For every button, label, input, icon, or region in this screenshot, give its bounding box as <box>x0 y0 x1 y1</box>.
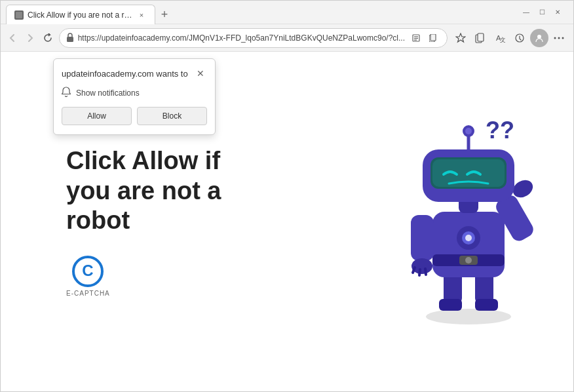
navigation-bar: https://updateinfoacademy.com/JMQnV1x-FF… <box>1 24 573 52</box>
notification-permission-popup: updateinfoacademy.com wants to ✕ Show no… <box>53 58 216 135</box>
svg-line-35 <box>425 269 426 275</box>
notification-permission-text: Show notifications <box>76 88 140 98</box>
address-text: https://updateinfoacademy.com/JMQnV1x-FF… <box>78 33 405 43</box>
tab-close-button[interactable]: × <box>136 10 147 20</box>
svg-rect-7 <box>430 34 436 41</box>
captcha-logo-icon: C <box>72 256 104 287</box>
svg-point-14 <box>554 37 556 39</box>
minimize-button[interactable]: — <box>521 7 531 18</box>
tab-bar: Click Allow if you are not a robot × + <box>6 1 521 24</box>
robot-illustration: ?? <box>377 97 560 346</box>
popup-buttons: Allow Block <box>62 107 207 125</box>
active-tab[interactable]: Click Allow if you are not a robot × <box>6 5 155 24</box>
svg-point-30 <box>465 235 472 241</box>
settings-menu-button[interactable] <box>550 29 568 47</box>
svg-point-13 <box>537 35 541 39</box>
question-marks: ?? <box>486 117 514 144</box>
collections-toolbar-button[interactable] <box>471 29 489 47</box>
svg-rect-31 <box>411 215 434 261</box>
favorites-button[interactable] <box>451 29 470 47</box>
maximize-button[interactable]: ☐ <box>537 7 547 18</box>
svg-point-16 <box>562 37 564 39</box>
main-heading: Click Allow if you are not a robot <box>66 146 263 236</box>
popup-title: updateinfoacademy.com wants to <box>62 69 188 79</box>
popup-notification-row: Show notifications <box>62 87 207 99</box>
collections-button[interactable] <box>426 31 440 45</box>
robot-svg <box>396 117 541 326</box>
browser-essentials-button[interactable] <box>510 29 529 47</box>
svg-rect-0 <box>16 12 22 18</box>
svg-rect-23 <box>475 299 498 311</box>
svg-point-19 <box>426 309 511 324</box>
window-controls: — ☐ ✕ <box>521 7 563 18</box>
svg-point-44 <box>465 128 472 134</box>
address-bar[interactable]: https://updateinfoacademy.com/JMQnV1x-FF… <box>59 28 448 48</box>
svg-point-15 <box>558 37 560 39</box>
popup-close-button[interactable]: ✕ <box>194 67 207 80</box>
block-button[interactable]: Block <box>137 107 207 125</box>
svg-rect-1 <box>67 37 73 42</box>
address-icons <box>409 31 440 45</box>
new-tab-button[interactable]: + <box>155 5 174 24</box>
tab-title: Click Allow if you are not a robot <box>28 10 132 20</box>
browser-window: Click Allow if you are not a robot × + —… <box>0 0 574 392</box>
profile-button[interactable] <box>530 29 548 47</box>
translate-button[interactable]: A文 <box>491 29 509 47</box>
svg-rect-22 <box>439 299 462 311</box>
captcha-logo: C E-CAPTCHA <box>66 256 110 297</box>
svg-text:文: 文 <box>500 37 505 43</box>
popup-header: updateinfoacademy.com wants to ✕ <box>62 67 207 80</box>
reader-mode-button[interactable] <box>409 31 423 45</box>
svg-line-34 <box>419 269 420 275</box>
captcha-label: E-CAPTCHA <box>66 290 110 297</box>
toolbar-icons: A文 <box>451 29 568 47</box>
close-button[interactable]: ✕ <box>552 7 563 18</box>
svg-point-27 <box>465 257 472 264</box>
allow-button[interactable]: Allow <box>62 107 132 125</box>
svg-line-33 <box>413 267 415 273</box>
page-content: updateinfoacademy.com wants to ✕ Show no… <box>1 52 573 391</box>
svg-rect-9 <box>478 33 484 41</box>
tab-icon <box>14 10 24 20</box>
bell-icon <box>62 87 71 99</box>
content-left: Click Allow if you are not a robot C E-C… <box>14 146 377 297</box>
svg-text:C: C <box>83 262 94 279</box>
forward-button[interactable] <box>24 29 37 47</box>
svg-point-32 <box>411 258 432 274</box>
security-lock-icon <box>66 33 74 43</box>
back-button[interactable] <box>6 29 20 47</box>
refresh-button[interactable] <box>41 29 55 47</box>
title-bar: Click Allow if you are not a robot × + —… <box>1 1 573 24</box>
